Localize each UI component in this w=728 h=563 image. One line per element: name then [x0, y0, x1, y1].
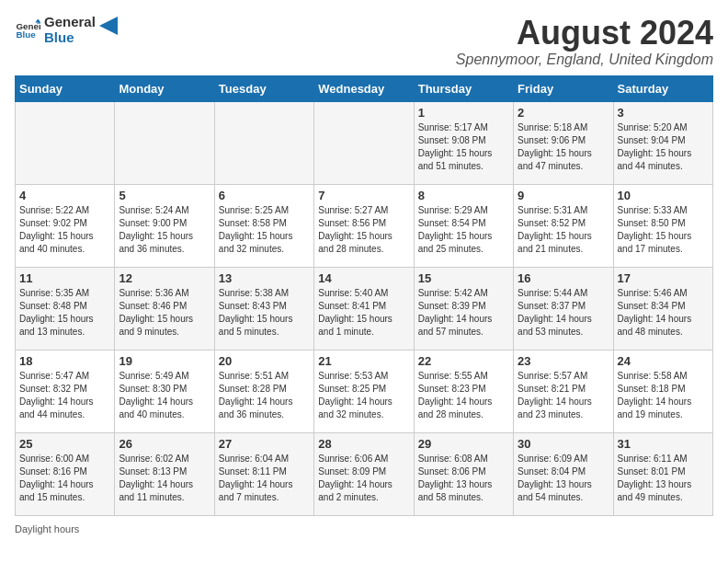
calendar-cell: 13Sunrise: 5:38 AM Sunset: 8:43 PM Dayli… [214, 267, 313, 350]
day-info: Sunrise: 5:38 AM Sunset: 8:43 PM Dayligh… [219, 287, 310, 339]
week-row-5: 25Sunrise: 6:00 AM Sunset: 8:16 PM Dayli… [16, 432, 713, 515]
day-info: Sunrise: 5:36 AM Sunset: 8:46 PM Dayligh… [119, 287, 210, 339]
calendar-cell [314, 101, 414, 184]
day-info: Sunrise: 5:44 AM Sunset: 8:37 PM Dayligh… [518, 287, 609, 339]
day-info: Sunrise: 5:22 AM Sunset: 9:02 PM Dayligh… [19, 204, 110, 256]
calendar-cell: 12Sunrise: 5:36 AM Sunset: 8:46 PM Dayli… [115, 267, 214, 350]
day-number: 13 [219, 271, 310, 285]
logo: General Blue General Blue [15, 15, 118, 45]
day-info: Sunrise: 5:47 AM Sunset: 8:32 PM Dayligh… [19, 370, 110, 421]
day-info: Sunrise: 6:00 AM Sunset: 8:16 PM Dayligh… [19, 453, 110, 504]
week-row-1: 1Sunrise: 5:17 AM Sunset: 9:08 PM Daylig… [16, 101, 713, 184]
day-info: Sunrise: 6:06 AM Sunset: 8:09 PM Dayligh… [318, 453, 409, 504]
day-number: 30 [518, 437, 609, 451]
calendar-cell: 15Sunrise: 5:42 AM Sunset: 8:39 PM Dayli… [414, 267, 513, 350]
logo-icon: General Blue [15, 17, 40, 43]
calendar-table: SundayMondayTuesdayWednesdayThursdayFrid… [15, 75, 713, 516]
day-number: 29 [418, 437, 509, 451]
svg-text:Blue: Blue [16, 29, 36, 40]
calendar-cell: 9Sunrise: 5:31 AM Sunset: 8:52 PM Daylig… [514, 184, 613, 267]
day-info: Sunrise: 6:11 AM Sunset: 8:01 PM Dayligh… [618, 453, 709, 504]
calendar-cell: 24Sunrise: 5:58 AM Sunset: 8:18 PM Dayli… [613, 350, 712, 432]
week-row-2: 4Sunrise: 5:22 AM Sunset: 9:02 PM Daylig… [16, 184, 713, 267]
title-block: August 2024 Spennymoor, England, United … [456, 15, 713, 68]
calendar-cell: 5Sunrise: 5:24 AM Sunset: 9:00 PM Daylig… [115, 184, 214, 267]
day-number: 22 [418, 354, 509, 368]
calendar-cell: 11Sunrise: 5:35 AM Sunset: 8:48 PM Dayli… [16, 267, 115, 350]
calendar-cell: 17Sunrise: 5:46 AM Sunset: 8:34 PM Dayli… [613, 267, 712, 350]
day-number: 10 [618, 189, 709, 202]
calendar-cell: 19Sunrise: 5:49 AM Sunset: 8:30 PM Dayli… [115, 350, 214, 432]
calendar-cell: 2Sunrise: 5:18 AM Sunset: 9:06 PM Daylig… [514, 101, 613, 184]
day-number: 14 [318, 271, 409, 285]
calendar-cell: 22Sunrise: 5:55 AM Sunset: 8:23 PM Dayli… [414, 350, 513, 432]
logo-arrow-icon [99, 17, 118, 35]
day-number: 24 [618, 354, 709, 368]
day-info: Sunrise: 5:55 AM Sunset: 8:23 PM Dayligh… [418, 370, 509, 421]
header-thursday: Thursday [414, 75, 513, 101]
day-number: 27 [219, 437, 310, 451]
day-info: Sunrise: 6:08 AM Sunset: 8:06 PM Dayligh… [418, 453, 509, 504]
day-info: Sunrise: 6:04 AM Sunset: 8:11 PM Dayligh… [219, 453, 310, 504]
day-info: Sunrise: 6:02 AM Sunset: 8:13 PM Dayligh… [119, 453, 210, 504]
day-number: 26 [119, 437, 210, 451]
calendar-cell: 20Sunrise: 5:51 AM Sunset: 8:28 PM Dayli… [214, 350, 313, 432]
day-info: Sunrise: 5:29 AM Sunset: 8:54 PM Dayligh… [418, 204, 509, 256]
svg-marker-4 [99, 17, 118, 35]
day-number: 2 [518, 106, 609, 120]
calendar-cell: 29Sunrise: 6:08 AM Sunset: 8:06 PM Dayli… [414, 432, 513, 515]
day-info: Sunrise: 5:31 AM Sunset: 8:52 PM Dayligh… [518, 204, 609, 256]
day-info: Sunrise: 6:09 AM Sunset: 8:04 PM Dayligh… [518, 453, 609, 504]
day-number: 4 [19, 189, 110, 202]
day-info: Sunrise: 5:40 AM Sunset: 8:41 PM Dayligh… [318, 287, 409, 339]
day-number: 18 [19, 354, 110, 368]
day-info: Sunrise: 5:24 AM Sunset: 9:00 PM Dayligh… [119, 204, 210, 256]
header-tuesday: Tuesday [214, 75, 313, 101]
day-info: Sunrise: 5:57 AM Sunset: 8:21 PM Dayligh… [518, 370, 609, 421]
day-number: 7 [318, 189, 409, 202]
day-number: 1 [418, 106, 509, 120]
day-number: 23 [518, 354, 609, 368]
calendar-cell: 30Sunrise: 6:09 AM Sunset: 8:04 PM Dayli… [514, 432, 613, 515]
day-number: 16 [518, 271, 609, 285]
day-number: 5 [119, 189, 210, 202]
day-number: 3 [618, 106, 709, 120]
calendar-cell [115, 101, 214, 184]
day-number: 25 [19, 437, 110, 451]
footer-label: Daylight hours [15, 523, 79, 534]
week-row-3: 11Sunrise: 5:35 AM Sunset: 8:48 PM Dayli… [16, 267, 713, 350]
day-info: Sunrise: 5:18 AM Sunset: 9:06 PM Dayligh… [518, 121, 609, 173]
calendar-cell: 10Sunrise: 5:33 AM Sunset: 8:50 PM Dayli… [613, 184, 712, 267]
calendar-cell [16, 101, 115, 184]
month-title: August 2024 [456, 15, 713, 52]
calendar-cell: 31Sunrise: 6:11 AM Sunset: 8:01 PM Dayli… [613, 432, 712, 515]
day-info: Sunrise: 5:17 AM Sunset: 9:08 PM Dayligh… [418, 121, 509, 173]
calendar-cell: 16Sunrise: 5:44 AM Sunset: 8:37 PM Dayli… [514, 267, 613, 350]
calendar-cell: 25Sunrise: 6:00 AM Sunset: 8:16 PM Dayli… [16, 432, 115, 515]
day-info: Sunrise: 5:53 AM Sunset: 8:25 PM Dayligh… [318, 370, 409, 421]
day-number: 19 [119, 354, 210, 368]
header-friday: Friday [514, 75, 613, 101]
calendar-cell: 14Sunrise: 5:40 AM Sunset: 8:41 PM Dayli… [314, 267, 414, 350]
day-number: 11 [19, 271, 110, 285]
day-number: 8 [418, 189, 509, 202]
day-number: 15 [418, 271, 509, 285]
calendar-cell: 21Sunrise: 5:53 AM Sunset: 8:25 PM Dayli… [314, 350, 414, 432]
calendar-cell: 28Sunrise: 6:06 AM Sunset: 8:09 PM Dayli… [314, 432, 414, 515]
day-info: Sunrise: 5:46 AM Sunset: 8:34 PM Dayligh… [618, 287, 709, 339]
calendar-cell: 18Sunrise: 5:47 AM Sunset: 8:32 PM Dayli… [16, 350, 115, 432]
day-number: 6 [219, 189, 310, 202]
header-wednesday: Wednesday [314, 75, 414, 101]
day-info: Sunrise: 5:42 AM Sunset: 8:39 PM Dayligh… [418, 287, 509, 339]
day-number: 17 [618, 271, 709, 285]
day-info: Sunrise: 5:20 AM Sunset: 9:04 PM Dayligh… [618, 121, 709, 173]
day-info: Sunrise: 5:27 AM Sunset: 8:56 PM Dayligh… [318, 204, 409, 256]
week-row-4: 18Sunrise: 5:47 AM Sunset: 8:32 PM Dayli… [16, 350, 713, 432]
location-title: Spennymoor, England, United Kingdom [456, 52, 713, 68]
calendar-cell: 23Sunrise: 5:57 AM Sunset: 8:21 PM Dayli… [514, 350, 613, 432]
header-row: SundayMondayTuesdayWednesdayThursdayFrid… [16, 75, 713, 101]
day-number: 21 [318, 354, 409, 368]
logo-blue: Blue [44, 30, 96, 46]
calendar-cell: 6Sunrise: 5:25 AM Sunset: 8:58 PM Daylig… [214, 184, 313, 267]
day-info: Sunrise: 5:58 AM Sunset: 8:18 PM Dayligh… [618, 370, 709, 421]
